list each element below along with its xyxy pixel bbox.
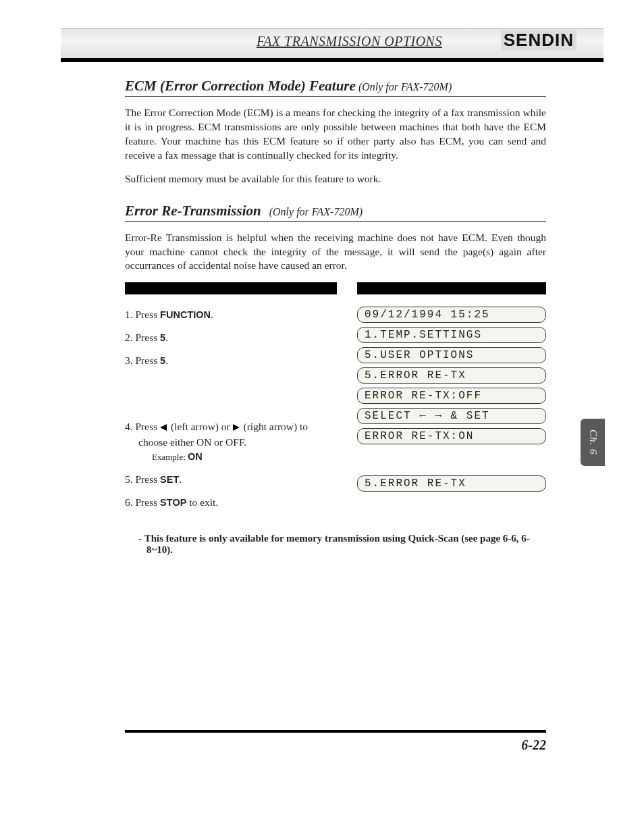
step-4: 4. Press (left arrow) or (right arrow) t… — [125, 419, 337, 465]
step-2-post: . — [165, 332, 168, 343]
instruction-columns: 1. Press FUNCTION. 2. Press 5. 3. Press … — [125, 282, 546, 517]
section-ecm-subtitle: (Only for FAX-720M) — [358, 81, 452, 93]
lcd-temp-settings: 1.TEMP.SETTINGS — [357, 327, 546, 343]
step-6-post: to exit. — [186, 496, 218, 508]
section-retx-title: Error Re-Transmission — [125, 203, 261, 219]
steps-list: 1. Press FUNCTION. 2. Press 5. 3. Press … — [125, 307, 337, 510]
lcd-column: 09/12/1994 15:25 1.TEMP.SETTINGS 5.USER … — [357, 282, 546, 517]
manual-page: FAX TRANSMISSION OPTIONS SENDIN ECM (Err… — [0, 0, 644, 834]
lcd-select-set: SELECT ← → & SET — [357, 408, 546, 424]
steps-column: 1. Press FUNCTION. 2. Press 5. 3. Press … — [125, 282, 337, 517]
lcd-error-retx-on: ERROR RE-TX:ON — [357, 428, 546, 444]
step-5-key: SET — [160, 474, 179, 485]
footnote-text: This feature is only available for memor… — [144, 533, 530, 555]
ecm-paragraph-1: The Error Correction Mode (ECM) is a mea… — [125, 106, 546, 163]
lcd-error-retx-menu: 5.ERROR RE-TX — [357, 367, 546, 384]
section-ecm-title: ECM (Error Correction Mode) Feature — [125, 78, 356, 94]
step-2: 2. Press 5. — [125, 330, 337, 346]
right-black-bar — [357, 282, 546, 294]
section-retx-heading: Error Re-Transmission (Only for FAX-720M… — [125, 203, 546, 221]
step-4-example: Example: ON — [138, 450, 337, 465]
footnote: - This feature is only available for mem… — [125, 533, 546, 556]
header-underline — [61, 58, 603, 62]
step-6: 6. Press STOP to exit. — [125, 494, 337, 511]
step-6-key: STOP — [160, 497, 186, 508]
lcd-datetime: 09/12/1994 15:25 — [357, 307, 546, 323]
step-2-key: 5 — [160, 332, 165, 343]
step-1-post: . — [211, 309, 213, 320]
step-2-pre: 2. Press — [125, 332, 160, 343]
lcd-user-options: 5.USER OPTIONS — [357, 347, 546, 363]
step-1: 1. Press FUNCTION. — [125, 307, 337, 323]
header-left-title: FAX TRANSMISSION OPTIONS — [257, 34, 442, 49]
left-arrow-icon — [160, 421, 168, 432]
page-number: 6-22 — [521, 737, 546, 753]
right-arrow-icon — [233, 421, 241, 432]
page-content: ECM (Error Correction Mode) Feature (Onl… — [125, 78, 546, 556]
footnote-dash: - — [138, 533, 144, 544]
section-retx-subtitle: (Only for FAX-720M) — [269, 206, 363, 217]
lcd-error-retx-return: 5.ERROR RE-TX — [357, 475, 546, 492]
step-5: 5. Press SET. — [125, 471, 337, 488]
step-4-ex-val: ON — [188, 451, 203, 462]
section-ecm-heading: ECM (Error Correction Mode) Feature (Onl… — [125, 78, 546, 97]
lcd-error-retx-off: ERROR RE-TX:OFF — [357, 388, 546, 404]
step-3: 3. Press 5. — [125, 353, 337, 369]
step-5-pre: 5. Press — [125, 473, 160, 485]
step-3-post: . — [165, 355, 168, 366]
chapter-tab: Ch. 6 — [581, 419, 605, 466]
step-4-mid: (left arrow) or — [168, 421, 233, 432]
step-3-pre: 3. Press — [125, 355, 160, 366]
ecm-paragraph-2: Sufficient memory must be available for … — [125, 172, 546, 186]
step-1-pre: 1. Press — [125, 309, 160, 320]
header-right-title: SENDIN — [501, 30, 576, 51]
step-6-pre: 6. Press — [125, 496, 160, 508]
step-4-pre: 4. Press — [125, 421, 160, 432]
footer-rule — [125, 730, 546, 733]
step-4-ex-pre: Example: — [152, 452, 188, 462]
retx-paragraph-1: Error-Re Transmission is helpful when th… — [125, 231, 546, 273]
step-1-key: FUNCTION — [160, 309, 211, 320]
left-black-bar — [125, 282, 337, 294]
step-5-post: . — [179, 473, 182, 485]
step-3-key: 5 — [160, 355, 165, 366]
